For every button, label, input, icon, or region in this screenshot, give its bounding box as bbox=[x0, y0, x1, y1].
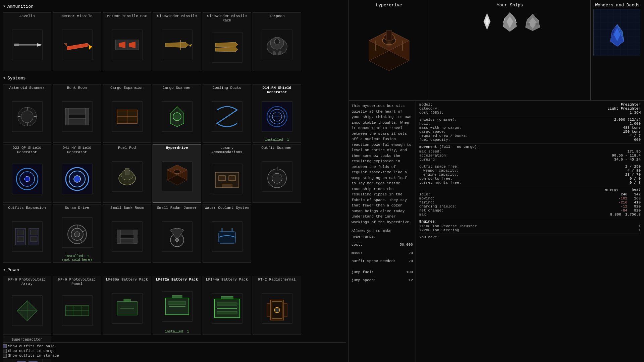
item-cell-sidewinder-missile-rack[interactable]: Sidewinder Missile Rack bbox=[203, 12, 251, 71]
item-cell-asteroid-scanner[interactable]: Asteroid Scanner bbox=[3, 84, 51, 143]
item-image-meteor-missile-box bbox=[107, 19, 147, 71]
svg-rect-119 bbox=[124, 299, 130, 302]
wonders-image[interactable] bbox=[593, 9, 640, 56]
stat-acceleration: acceleration: 90.56 - 118.4 bbox=[419, 154, 641, 158]
engine-cap-value: 23 / 70 bbox=[625, 173, 641, 177]
item-name-lp036a-battery: LP036a Battery Pack bbox=[105, 276, 149, 283]
item-cell-lp144a-battery[interactable]: LP144a Battery Pack bbox=[203, 276, 251, 335]
item-cell-lp072a-battery[interactable]: LP072a Battery Packinstalled: 1 bbox=[153, 276, 201, 335]
item-cell-scram-drive[interactable]: Scram Driveinstalled: 1 (not sold here) bbox=[53, 204, 101, 263]
item-image-outfit-scanner bbox=[257, 151, 297, 202]
turning-value: 34.6 - 45.24 bbox=[614, 158, 641, 162]
fuel-cap-value: 600 bbox=[634, 138, 641, 142]
engine-count: 1 bbox=[638, 228, 641, 232]
item-badge-d14-rn-shield: installed: 1 bbox=[265, 138, 289, 142]
stat-engine-cap: engine capacity: 23 / 70 bbox=[419, 173, 641, 177]
section-header-ammunition[interactable]: ▼Ammunition bbox=[3, 3, 346, 10]
item-cell-luxury-accommodations[interactable]: Luxury Accommodations bbox=[203, 144, 251, 203]
checkbox-for-sale[interactable]: Show outfits for sale bbox=[3, 344, 346, 349]
items-grid-ammunition: JavelinMeteor MissileMeteor Missile BoxS… bbox=[3, 12, 346, 71]
item-cell-kp6-photovoltaic-array[interactable]: KP-6 Photovoltaic Array bbox=[3, 276, 51, 335]
section-header-systems[interactable]: ▼Systems bbox=[3, 74, 346, 82]
svg-rect-96 bbox=[112, 222, 142, 252]
checkbox-box-for-sale bbox=[3, 344, 7, 348]
svg-rect-125 bbox=[169, 301, 185, 305]
item-cell-cargo-expansion[interactable]: Cargo Expansion bbox=[103, 84, 151, 143]
item-cell-fuel-pod[interactable]: Fuel Pod bbox=[103, 144, 151, 203]
item-cell-d14-rn-shield[interactable]: D14-RN Shield Generatorinstalled: 1 bbox=[253, 84, 301, 143]
item-cell-d41-hy-shield[interactable]: D41-HY Shield Generator bbox=[53, 144, 101, 203]
item-name-water-coolant: Water Coolant System bbox=[203, 204, 250, 211]
item-name-rt-i-radiothermal: RT-I Radiothermal bbox=[257, 276, 297, 283]
item-cell-javelin[interactable]: Javelin bbox=[3, 12, 51, 71]
item-name-cargo-scanner: Cargo Scanner bbox=[161, 84, 193, 91]
item-cell-cargo-scanner[interactable]: Cargo Scanner bbox=[153, 84, 201, 143]
item-image-hyperdrive bbox=[157, 151, 197, 202]
svg-rect-161 bbox=[527, 23, 530, 25]
item-name-kp6-photovoltaic-panel: KP-6 Photovoltaic Panel bbox=[53, 276, 101, 287]
engine-count: 1 bbox=[638, 224, 641, 228]
item-name-kp6-photovoltaic-array: KP-6 Photovoltaic Array bbox=[3, 276, 51, 287]
item-cell-meteor-missile[interactable]: Meteor Missile bbox=[53, 12, 101, 71]
checkbox-in-cargo[interactable]: Show outfits in cargo bbox=[3, 349, 346, 353]
checkbox-in-storage[interactable]: Show outfits in storage bbox=[3, 353, 346, 358]
req-crew-value: 4 / 7 bbox=[630, 134, 641, 138]
item-cell-lp036a-battery[interactable]: LP036a Battery Pack bbox=[103, 276, 151, 335]
item-name-hyperdrive: Hyperdrive bbox=[164, 144, 189, 151]
item-cell-sidewinder-missile[interactable]: Sidewinder Missile bbox=[153, 12, 201, 71]
item-cell-bunk-room[interactable]: Bunk Room bbox=[53, 84, 101, 143]
hull-value: 2,000 bbox=[630, 122, 641, 126]
max-heat: 1,756.8 bbox=[625, 213, 641, 217]
ship-icon-3[interactable] bbox=[523, 10, 543, 34]
net-change-heat: 920 bbox=[634, 208, 641, 213]
engine-name: X2200 Ion Steering bbox=[419, 228, 459, 232]
idle-label: idle: bbox=[419, 192, 430, 196]
svg-rect-87 bbox=[31, 230, 37, 235]
item-name-d23-qp-shield: D23-QP Shield Generator bbox=[3, 144, 51, 155]
svg-rect-86 bbox=[17, 237, 24, 242]
item-cell-d23-qp-shield[interactable]: D23-QP Shield Generator bbox=[3, 144, 51, 203]
weapon-cap-label: weapon capacity: bbox=[419, 169, 459, 173]
req-crew-label: required crew / bunks: bbox=[419, 134, 468, 138]
checkbox-box-in-cargo bbox=[3, 349, 7, 353]
item-cell-hyperdrive[interactable]: Hyperdrive bbox=[153, 144, 201, 203]
ship-icon-2[interactable] bbox=[500, 10, 520, 34]
your-ships-section: Your Ships bbox=[429, 0, 590, 100]
ships-row bbox=[432, 10, 588, 34]
item-cell-water-coolant[interactable]: Water Coolant System bbox=[203, 204, 251, 263]
left-panel[interactable]: ▼AmmunitionJavelinMeteor MissileMeteor M… bbox=[0, 0, 349, 362]
right-panel: Hyperdrive bbox=[349, 0, 644, 362]
item-cell-kp6-photovoltaic-panel[interactable]: KP-6 Photovoltaic Panel bbox=[53, 276, 101, 335]
item-name-torpedo: Torpedo bbox=[268, 13, 286, 19]
item-image-outfits-expansion bbox=[7, 211, 47, 262]
model-label: model: bbox=[419, 103, 433, 107]
item-image-d14-rn-shield bbox=[257, 95, 297, 138]
heat-col-label: heat bbox=[632, 188, 641, 192]
item-image-lp144a-battery bbox=[207, 283, 247, 334]
svg-marker-20 bbox=[215, 47, 238, 52]
ship-icon-1[interactable] bbox=[477, 10, 497, 34]
mass-no-cargo-value: 488 tons bbox=[623, 126, 641, 130]
item-name-outfits-expansion: Outfits Expansion bbox=[7, 204, 47, 211]
item-cell-rt-i-radiothermal[interactable]: RT-I Radiothermal bbox=[253, 276, 301, 335]
item-cell-meteor-missile-box[interactable]: Meteor Missile Box bbox=[103, 12, 151, 71]
item-cell-small-bunk-room[interactable]: Small Bunk Room bbox=[103, 204, 151, 263]
item-name-bunk-room: Bunk Room bbox=[66, 84, 88, 91]
stat-fuel-cap: fuel capacity: 600 bbox=[419, 138, 641, 142]
item-cell-small-radar-jammer[interactable]: Small Radar Jammer bbox=[153, 204, 201, 263]
allows-hyperjumps-text: Allows you to make hyperjumps. bbox=[352, 228, 413, 239]
item-image-cargo-expansion bbox=[107, 91, 147, 142]
item-image-luxury-accommodations bbox=[207, 155, 247, 202]
item-cell-outfits-expansion[interactable]: Outfits Expansion bbox=[3, 204, 51, 263]
stat-net-change: net change: -84 920 bbox=[419, 208, 641, 213]
section-header-power[interactable]: ▼Power bbox=[3, 266, 346, 274]
stat-max: max: 8,800 1,756.8 bbox=[419, 213, 641, 217]
stat-cargo-space: cargo space: 150 tons bbox=[419, 130, 641, 134]
item-cell-outfit-scanner[interactable]: Outfit Scanner bbox=[253, 144, 301, 203]
description-text: This mysterious box sits quietly at the … bbox=[352, 103, 413, 225]
item-cell-torpedo[interactable]: Torpedo bbox=[253, 12, 301, 71]
max-speed-label: max speed: bbox=[419, 149, 441, 154]
acceleration-label: acceleration: bbox=[419, 154, 448, 158]
item-cell-cooling-ducts[interactable]: Cooling Ducts bbox=[203, 84, 251, 143]
ship-stats-panel: model: Freighter category: Light Freight… bbox=[416, 101, 644, 362]
